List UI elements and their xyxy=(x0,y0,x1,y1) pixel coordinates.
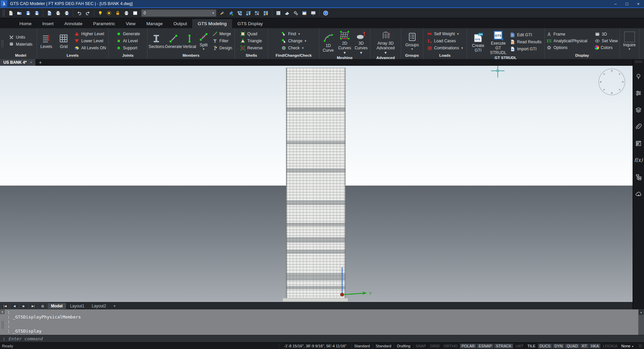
options-button[interactable]: Options xyxy=(545,45,589,51)
toggle-grid[interactable]: GRID xyxy=(428,344,441,348)
generate-button[interactable]: Generate xyxy=(165,32,182,49)
layout-nav-0[interactable]: |◀ xyxy=(1,303,9,309)
toggle-tile[interactable]: TILE xyxy=(526,344,537,348)
array-3d-advanced-button[interactable]: Array 3D Advanced ▾ xyxy=(376,29,395,55)
eraser-button[interactable] xyxy=(283,9,291,17)
padlock-button[interactable] xyxy=(114,9,122,17)
print-add-button[interactable] xyxy=(54,9,62,17)
select-highlight-button[interactable] xyxy=(262,9,270,17)
panel-cloud-upload-button[interactable] xyxy=(633,185,644,202)
check-button[interactable]: Check▾ xyxy=(280,45,308,51)
units-button[interactable]: Units xyxy=(7,34,34,40)
redo-button[interactable] xyxy=(84,9,92,17)
colors-button[interactable]: Colors xyxy=(593,45,619,50)
toggle-snap[interactable]: SNAP xyxy=(414,344,428,348)
toggle-polar[interactable]: POLAR xyxy=(460,344,476,348)
ribbon-drag-handle[interactable] xyxy=(1,40,4,47)
close-button[interactable]: × xyxy=(633,0,644,7)
at-level-button[interactable]: At Level xyxy=(115,38,142,44)
panel-structure-tree-button[interactable] xyxy=(633,168,644,185)
layout-tab-model[interactable]: Model xyxy=(48,303,66,309)
add-layout-button[interactable]: + xyxy=(110,303,119,309)
3d-button[interactable]: 3D3D xyxy=(593,31,619,37)
match-brush-button[interactable] xyxy=(218,9,226,17)
picker-add-button[interactable] xyxy=(227,9,235,17)
materials-button[interactable]: Materials xyxy=(7,41,34,47)
triangle-button[interactable]: Triangle xyxy=(239,38,264,44)
status-mode[interactable]: Drafting xyxy=(394,344,413,348)
select-cursor-button[interactable] xyxy=(253,9,261,17)
viewport[interactable]: Y xyxy=(0,66,633,302)
toggle-lwt[interactable]: LWT xyxy=(514,344,525,348)
panel-fx-button[interactable]: f(x) xyxy=(633,152,644,168)
resize-grip[interactable] xyxy=(639,344,642,348)
ribbon-tab-home[interactable]: Home xyxy=(14,19,37,28)
toggle-esnap[interactable]: ESNAP xyxy=(477,344,493,348)
new-file-button[interactable] xyxy=(7,9,15,17)
frame-button[interactable]: Frame xyxy=(545,31,589,37)
toggle-ortho[interactable]: ORTHO xyxy=(442,344,459,348)
model-tower[interactable] xyxy=(286,68,345,298)
coordinate-readout[interactable]: -1'-8 15/16", 38'-9 9/16", 56'-4 11/16" xyxy=(279,344,352,348)
reverse-button[interactable]: Reverse xyxy=(239,45,264,51)
design-button[interactable]: Design xyxy=(211,45,233,51)
quad-button[interactable]: Quad xyxy=(239,31,264,37)
toggle-strack[interactable]: STRACK xyxy=(494,344,513,348)
toolbar-drag-handle[interactable] xyxy=(2,9,5,17)
layout-nav-3[interactable]: ▶| xyxy=(29,303,38,309)
maximize-button[interactable]: □ xyxy=(621,0,633,7)
table-list-button[interactable] xyxy=(274,9,282,17)
select-set-button[interactable] xyxy=(236,9,244,17)
undo-button[interactable] xyxy=(75,9,83,17)
toggle-dyn[interactable]: DYN xyxy=(553,344,564,348)
sun-brightness-button[interactable] xyxy=(105,9,113,17)
combinations-button[interactable]: Combinations▾ xyxy=(426,45,464,51)
panel-drag-handle[interactable] xyxy=(635,60,642,63)
print-export-button[interactable] xyxy=(63,9,71,17)
panel-paperclip-button[interactable] xyxy=(633,118,644,135)
lower-level-button[interactable]: Lower Level xyxy=(73,38,107,44)
panel-layers-button[interactable] xyxy=(633,101,644,118)
edit-gti-button[interactable]: Edit GTI xyxy=(508,32,543,38)
sections-button[interactable]: Sections xyxy=(149,32,164,49)
change-button[interactable]: Change▾ xyxy=(280,38,308,44)
ribbon-tab-gts-display[interactable]: GTS Display xyxy=(232,19,268,28)
toggle-quad[interactable]: QUAD xyxy=(565,344,579,348)
toggle-rt[interactable]: RT xyxy=(580,344,589,348)
command-history-panel[interactable]: × :: _GTSDisplayPhysicalMembers::: _GTSD… xyxy=(0,309,644,335)
panel-sliders-button[interactable] xyxy=(633,85,644,101)
ribbon-tab-manage[interactable]: Manage xyxy=(141,19,168,28)
execute-gt-strudl-button[interactable]: GTSExecute GT STRUDL xyxy=(488,29,508,55)
bulb-on-button[interactable] xyxy=(96,9,104,17)
3d-curves-button[interactable]: 3D Curves ▾ xyxy=(353,29,369,55)
ribbon-tab-view[interactable]: View xyxy=(120,19,141,28)
layout-menu-icon[interactable]: ▤ xyxy=(38,303,47,309)
layout-tab-layout1[interactable]: Layout1 xyxy=(67,303,88,309)
open-file-button[interactable] xyxy=(15,9,23,17)
levels-button[interactable]: Levels xyxy=(38,32,55,49)
create-gti-button[interactable]: GTIGTSCreate GTI xyxy=(468,31,488,53)
analytical-physical-button[interactable]: Analytical/Physical xyxy=(545,38,589,44)
toggle-none[interactable]: None ▾ xyxy=(620,344,635,348)
higher-level-button[interactable]: Higher Level xyxy=(73,31,107,37)
2d-curves-button[interactable]: 2D Curves ▾ xyxy=(337,29,353,55)
all-levels-on-button[interactable]: All Levels ON xyxy=(73,45,107,51)
color-swatch-button[interactable] xyxy=(131,9,139,17)
panel-bulb-outline-button[interactable] xyxy=(633,68,644,85)
document-tab[interactable]: US BANK 4* × xyxy=(0,59,36,66)
gears-button[interactable] xyxy=(292,9,300,17)
generate-button[interactable]: Generate xyxy=(115,31,142,37)
panel-sheet-grid-button[interactable] xyxy=(633,135,644,152)
load-cases-button[interactable]: Load Cases xyxy=(426,38,464,44)
scroll-up-icon[interactable]: ▲ xyxy=(639,310,644,315)
layout-tab-layout2[interactable]: Layout2 xyxy=(88,303,109,309)
ribbon-tab-parametric[interactable]: Parametric xyxy=(88,19,120,28)
page-preview-button[interactable] xyxy=(45,9,53,17)
grid-button[interactable]: Grid xyxy=(55,32,72,49)
ribbon-tab-output[interactable]: Output xyxy=(168,19,193,28)
status-mode[interactable]: Standard xyxy=(352,344,373,348)
help-button[interactable]: ? xyxy=(322,9,330,17)
monitor-view-button[interactable] xyxy=(309,9,317,17)
layer-dropdown[interactable]: 0▾ xyxy=(141,9,216,17)
groups-button[interactable]: Groups▾ xyxy=(402,31,422,51)
